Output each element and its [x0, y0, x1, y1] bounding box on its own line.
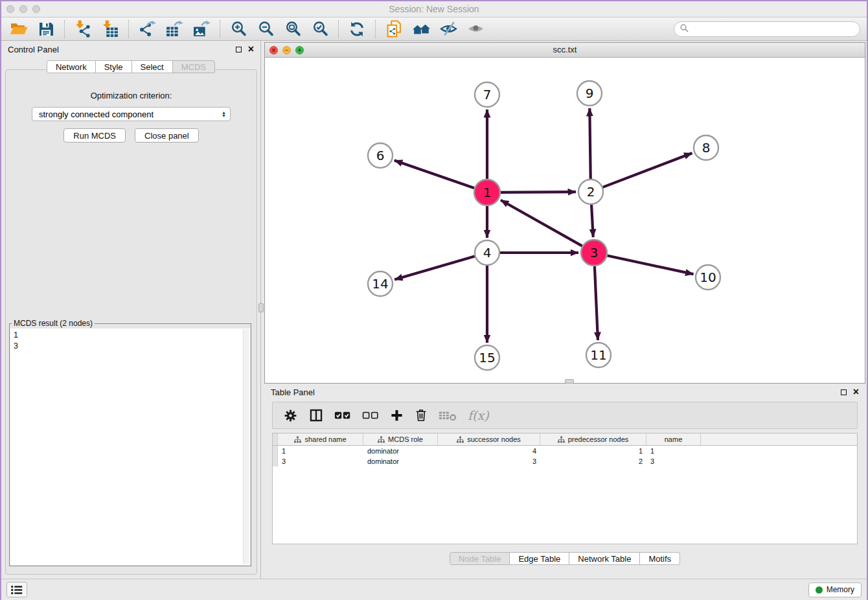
graph-node-9[interactable]: 9: [577, 81, 602, 106]
tab-edge-table[interactable]: Edge Table: [510, 552, 569, 565]
graph-node-1[interactable]: 1: [474, 179, 500, 205]
table-row[interactable]: 1dominator411: [273, 446, 857, 456]
task-history-button[interactable]: [6, 582, 27, 597]
table-cell[interactable]: 1: [646, 447, 701, 455]
zoom-in-button[interactable]: [225, 19, 252, 40]
zoom-selected-button[interactable]: [306, 19, 334, 40]
new-network-from-selection-button[interactable]: [380, 19, 407, 40]
svg-text:3: 3: [590, 245, 599, 260]
table-cell[interactable]: 3: [278, 457, 363, 465]
tab-node-table[interactable]: Node Table: [450, 552, 510, 565]
column-header-predecessor-nodes[interactable]: predecessor nodes: [540, 433, 646, 445]
deselect-all-rows-button[interactable]: [362, 410, 379, 421]
save-session-button[interactable]: [32, 19, 60, 40]
maximize-network-icon[interactable]: +: [295, 46, 304, 54]
network-graph[interactable]: 7968124314101511: [265, 58, 865, 382]
column-header-successor-nodes[interactable]: successor nodes: [438, 433, 540, 445]
splitter-grip[interactable]: [258, 303, 264, 312]
close-panel-icon[interactable]: ×: [248, 45, 254, 53]
table-row[interactable]: 3dominator323: [273, 456, 857, 467]
graph-node-4[interactable]: 4: [475, 240, 499, 265]
graph-edge-1-2[interactable]: [501, 192, 576, 192]
criterion-value: strongly connected component: [39, 110, 154, 119]
column-header-name[interactable]: name: [646, 433, 701, 445]
maximize-window-icon[interactable]: [32, 5, 40, 13]
table-cell[interactable]: dominator: [363, 457, 438, 465]
export-table-button[interactable]: [161, 19, 188, 40]
network-window-titlebar[interactable]: × − + scc.txt: [265, 43, 865, 58]
table-settings-button[interactable]: [283, 408, 298, 423]
mcds-result-text[interactable]: 1 3: [10, 329, 250, 565]
graph-node-15[interactable]: 15: [475, 345, 499, 370]
add-entry-icon: [390, 409, 404, 422]
memory-button[interactable]: Memory: [808, 583, 862, 597]
export-network-button[interactable]: [133, 19, 161, 40]
minimize-network-icon[interactable]: −: [282, 46, 291, 54]
tab-network-table[interactable]: Network Table: [569, 552, 640, 565]
open-session-button[interactable]: [5, 19, 32, 40]
delete-column-icon: [439, 410, 457, 422]
horizontal-splitter-grip[interactable]: [565, 379, 574, 384]
graph-edge-2-3[interactable]: [591, 205, 593, 237]
table-cell[interactable]: 2: [540, 457, 646, 465]
graph-edge-3-1[interactable]: [501, 200, 582, 246]
search-input[interactable]: [692, 25, 854, 34]
graph-edge-4-14[interactable]: [394, 257, 475, 280]
add-entry-button[interactable]: [390, 409, 404, 422]
table-cell[interactable]: 1: [278, 447, 363, 455]
delete-entry-button[interactable]: [415, 408, 428, 422]
close-table-panel-icon[interactable]: ×: [853, 388, 859, 396]
close-panel-button[interactable]: Close panel: [135, 128, 199, 143]
search-box[interactable]: [674, 21, 860, 37]
export-image-button[interactable]: [188, 19, 215, 40]
table-cell[interactable]: 4: [438, 447, 540, 455]
tab-network[interactable]: Network: [47, 60, 96, 73]
graph-node-11[interactable]: 11: [586, 343, 611, 367]
graph-node-6[interactable]: 6: [368, 143, 393, 168]
tab-style[interactable]: Style: [96, 60, 132, 73]
tab-mcds[interactable]: MCDS: [173, 60, 215, 73]
table-cell[interactable]: 3: [646, 457, 701, 465]
zoom-out-button[interactable]: [252, 19, 279, 40]
graph-edge-2-9[interactable]: [589, 108, 590, 179]
split-columns-button[interactable]: [309, 408, 323, 422]
network-canvas[interactable]: 7968124314101511: [265, 58, 865, 382]
column-header-shared-name[interactable]: shared name: [278, 433, 363, 445]
select-all-rows-button[interactable]: [334, 410, 351, 421]
mcds-result-title: MCDS result (2 nodes): [12, 319, 95, 328]
tab-motifs[interactable]: Motifs: [640, 552, 680, 565]
hide-network-button[interactable]: [435, 19, 462, 40]
import-table-button[interactable]: [97, 19, 124, 40]
graph-node-8[interactable]: 8: [694, 135, 718, 160]
tab-select[interactable]: Select: [132, 60, 173, 73]
zoom-fit-button[interactable]: [279, 19, 306, 40]
close-network-icon[interactable]: ×: [269, 46, 278, 54]
network-overview-button[interactable]: [407, 19, 435, 40]
dropdown-stepper-icon: ▲▼: [222, 111, 226, 117]
table-cell[interactable]: 1: [540, 447, 646, 455]
table-cell[interactable]: 3: [438, 457, 540, 465]
graph-edge-3-11[interactable]: [595, 266, 598, 340]
refresh-view-button[interactable]: [343, 19, 371, 40]
toolbar-separator: [375, 20, 376, 38]
graph-edge-1-6[interactable]: [394, 161, 474, 189]
criterion-dropdown[interactable]: strongly connected component ▲▼: [32, 107, 231, 121]
graph-node-14[interactable]: 14: [368, 271, 393, 296]
float-table-panel-icon[interactable]: [841, 389, 847, 395]
table-cell[interactable]: dominator: [363, 447, 438, 455]
run-mcds-button[interactable]: Run MCDS: [63, 128, 126, 143]
scrollbar[interactable]: [243, 329, 249, 564]
graph-node-2[interactable]: 2: [578, 179, 603, 204]
graph-node-7[interactable]: 7: [475, 82, 499, 107]
hide-network-icon: [440, 20, 457, 38]
close-window-icon[interactable]: [6, 5, 14, 13]
import-network-button[interactable]: [69, 19, 97, 40]
column-header-mcds-role[interactable]: MCDS role: [363, 433, 438, 445]
minimize-window-icon[interactable]: [19, 5, 27, 13]
node-table: shared nameMCDS rolesuccessor nodesprede…: [272, 433, 858, 544]
graph-edge-3-10[interactable]: [608, 255, 694, 274]
graph-node-3[interactable]: 3: [581, 240, 607, 266]
float-panel-icon[interactable]: [236, 47, 242, 52]
graph-edge-2-8[interactable]: [603, 153, 692, 187]
graph-node-10[interactable]: 10: [696, 265, 720, 290]
